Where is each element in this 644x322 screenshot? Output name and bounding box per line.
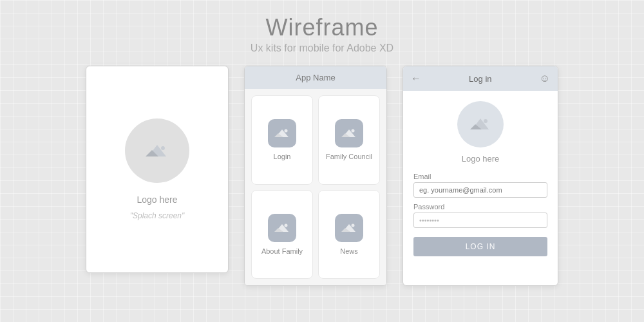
page-header: Wireframe Ux kits for mobile for Adobe X… [0,0,644,66]
mountain-icon [146,142,169,159]
page-subtitle: Ux kits for mobile for Adobe XD [0,43,644,54]
login-screen: ← Log in ☺ Logo here Email [403,66,558,285]
svg-point-14 [352,223,355,227]
password-input[interactable] [413,213,547,228]
tile-label-news: News [340,247,358,255]
tile-icon-about-family [268,214,296,242]
app-name-label: App Name [296,73,335,82]
menu-topbar: App Name [245,66,386,89]
page-title: Wireframe [0,14,644,41]
tile-label-login: Login [274,153,291,160]
login-screen-title: Log in [469,74,491,84]
login-logo-circle [457,101,504,147]
mountain-icon-family-tile [341,128,357,139]
svg-point-2 [161,146,165,150]
email-label: Email [413,173,547,180]
menu-tile-login[interactable]: Login [251,95,313,185]
tile-icon-family-council [335,119,363,147]
login-logo-text: Logo here [462,154,500,164]
menu-tile-news[interactable]: News [318,190,380,279]
svg-point-8 [352,129,355,133]
mountain-icon-login [470,117,491,132]
splash-screen: Logo here "Splach screen" [86,66,228,272]
login-body: Logo here Email Password LOG IN [403,91,558,285]
email-form-group: Email [413,173,547,198]
splash-subtitle-text: "Splach screen" [130,211,185,220]
menu-grid: Login Family Council [245,89,386,285]
tile-label-about-family: About Family [261,247,303,255]
splash-logo-text: Logo here [137,194,177,205]
mountain-icon-news-tile [341,222,357,234]
user-icon: ☺ [540,73,550,84]
svg-point-11 [285,223,288,227]
login-topbar: ← Log in ☺ [403,66,558,91]
back-icon[interactable]: ← [411,73,421,84]
login-screen-frame: ← Log in ☺ Logo here Email [402,66,558,286]
menu-screen-frame: App Name Login [244,66,387,286]
password-form-group: Password [413,203,547,228]
svg-point-17 [484,119,488,123]
menu-tile-family-council[interactable]: Family Council [318,95,380,185]
splash-screen-frame: Logo here "Splach screen" [86,66,229,273]
email-input[interactable] [413,182,547,198]
tile-label-family-council: Family Council [326,153,372,160]
splash-logo-circle [125,118,189,183]
login-button[interactable]: LOG IN [413,237,547,256]
password-label: Password [413,203,547,211]
tile-icon-login [268,119,296,147]
menu-tile-about-family[interactable]: About Family [251,190,313,279]
menu-screen: App Name Login [245,66,386,285]
svg-point-5 [285,129,288,133]
mountain-icon-login-tile [274,128,290,139]
mountain-icon-about-tile [274,222,290,234]
tile-icon-news [335,214,363,242]
screens-container: Logo here "Splach screen" App Name [0,66,644,286]
